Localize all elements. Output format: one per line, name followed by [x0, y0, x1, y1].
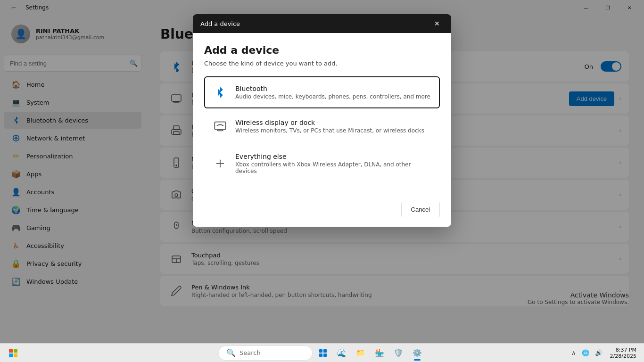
taskbar-center: 🔍 Search 🌊 📁 🏪 🛡️ ⚙️ — [218, 345, 426, 362]
taskbar-store-btn[interactable]: 🏪 — [371, 345, 388, 362]
svg-rect-22 — [319, 349, 322, 353]
device-wireless-desc: Wireless monitors, TVs, or PCs that use … — [235, 127, 431, 134]
svg-rect-23 — [323, 349, 327, 353]
system-tray[interactable]: ∧ — [570, 345, 578, 362]
device-option-wireless[interactable]: Wireless display or dock Wireless monito… — [204, 110, 440, 142]
taskbar-files-btn[interactable]: 📁 — [352, 345, 369, 362]
dialog-overlay: Add a device ✕ Add a device Choose the k… — [0, 0, 644, 362]
files-icon: 📁 — [356, 348, 365, 357]
device-everything-desc: Xbox controllers with Xbox Wireless Adap… — [235, 161, 431, 174]
defender-icon: 🛡️ — [394, 348, 403, 357]
device-wireless-text: Wireless display or dock Wireless monito… — [235, 119, 431, 134]
clock-time: 8:37 PM — [616, 347, 636, 353]
taskbar-right: ∧ 🌐 🔊 8:37 PM 2/28/2025 — [570, 345, 640, 362]
device-everything-text: Everything else Xbox controllers with Xb… — [235, 153, 431, 174]
taskbar-left — [4, 345, 23, 362]
svg-rect-18 — [9, 349, 13, 353]
device-option-everything[interactable]: Everything else Xbox controllers with Xb… — [204, 144, 440, 183]
dialog-subtitle: Choose the kind of device you want to ad… — [204, 60, 440, 67]
svg-rect-20 — [9, 354, 13, 357]
start-button[interactable] — [4, 345, 23, 362]
taskbar-search[interactable]: 🔍 Search — [218, 346, 313, 361]
dialog-body: Add a device Choose the kind of device y… — [193, 33, 451, 196]
cancel-button[interactable]: Cancel — [401, 202, 440, 217]
device-bluetooth-icon — [213, 85, 228, 100]
svg-rect-25 — [323, 354, 327, 357]
taskbar-widgets-btn[interactable] — [314, 345, 331, 362]
taskbar: 🔍 Search 🌊 📁 🏪 🛡️ ⚙️ — [0, 343, 644, 362]
dialog-title-text: Add a device — [200, 20, 240, 27]
device-bluetooth-desc: Audio devices, mice, keyboards, phones, … — [235, 93, 431, 100]
svg-rect-15 — [217, 130, 223, 131]
svg-rect-14 — [215, 122, 225, 130]
taskbar-settings-btn[interactable]: ⚙️ — [409, 345, 426, 362]
add-device-dialog: Add a device ✕ Add a device Choose the k… — [193, 14, 451, 227]
svg-rect-24 — [319, 354, 322, 357]
clock[interactable]: 8:37 PM 2/28/2025 — [606, 345, 640, 362]
device-wireless-label: Wireless display or dock — [235, 119, 431, 126]
device-bluetooth-label: Bluetooth — [235, 85, 431, 92]
edge-icon: 🌊 — [337, 348, 347, 357]
volume-tray[interactable]: 🔊 — [593, 345, 604, 362]
device-bluetooth-text: Bluetooth Audio devices, mice, keyboards… — [235, 85, 431, 100]
tray-expand-icon: ∧ — [571, 349, 576, 356]
store-icon: 🏪 — [375, 348, 384, 357]
volume-tray-icon: 🔊 — [595, 349, 603, 356]
device-wireless-icon — [213, 119, 228, 134]
dialog-close-button[interactable]: ✕ — [430, 17, 444, 30]
dialog-footer: Cancel — [193, 196, 451, 227]
taskbar-defender-btn[interactable]: 🛡️ — [390, 345, 407, 362]
taskbar-edge-btn[interactable]: 🌊 — [333, 345, 350, 362]
clock-date: 2/28/2025 — [610, 353, 636, 359]
device-everything-label: Everything else — [235, 153, 431, 160]
settings-icon: ⚙️ — [413, 348, 422, 357]
taskbar-search-text: Search — [239, 349, 261, 356]
network-tray[interactable]: 🌐 — [580, 345, 591, 362]
device-option-bluetooth[interactable]: Bluetooth Audio devices, mice, keyboards… — [204, 76, 440, 108]
device-everything-icon — [213, 156, 228, 171]
taskbar-search-icon: 🔍 — [226, 348, 236, 357]
network-tray-icon: 🌐 — [582, 349, 589, 356]
svg-rect-21 — [14, 354, 17, 357]
svg-rect-19 — [14, 349, 17, 353]
dialog-heading: Add a device — [204, 44, 440, 56]
dialog-titlebar: Add a device ✕ — [193, 14, 451, 33]
